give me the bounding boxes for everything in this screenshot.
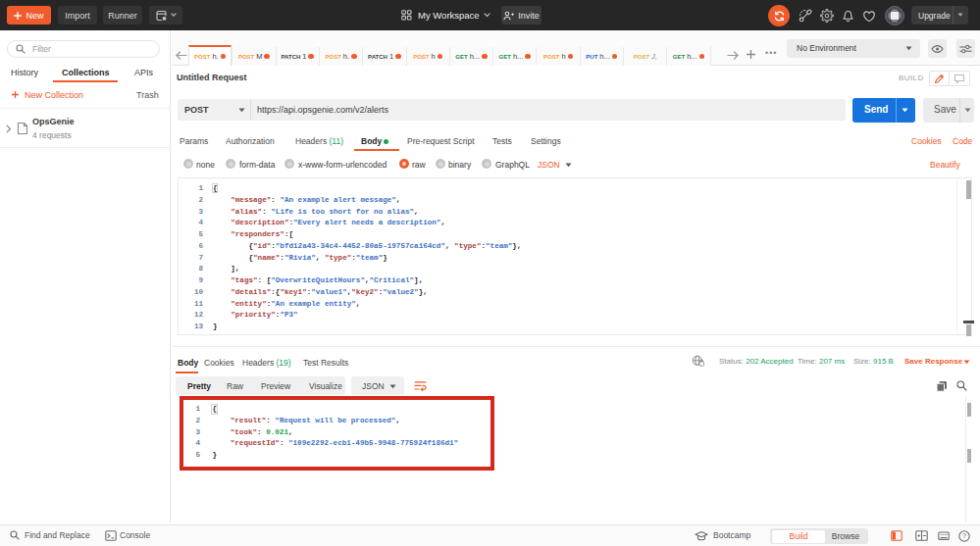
svg-text:?: ? [962,531,966,540]
